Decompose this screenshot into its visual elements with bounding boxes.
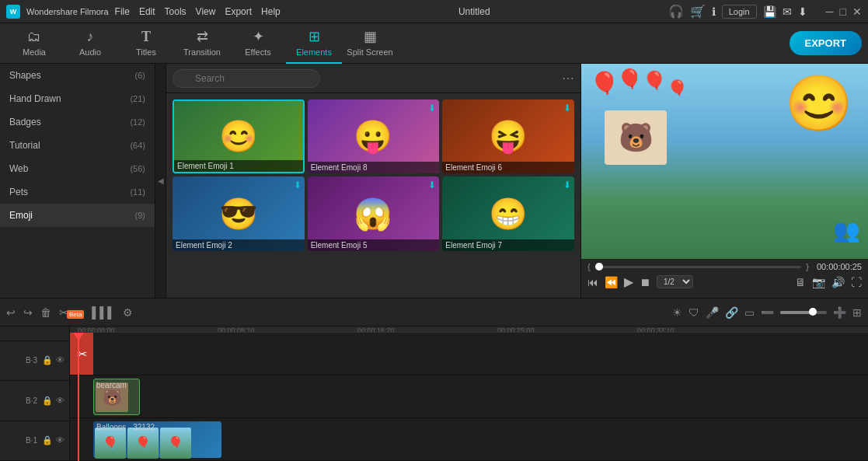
clip-thumb-3a: 🎈 — [95, 428, 126, 459]
export-button[interactable]: EXPORT — [790, 31, 862, 55]
download-icon-4: ⬇ — [294, 180, 302, 190]
info-icon[interactable]: ℹ — [712, 5, 716, 18]
volume-button[interactable]: 🔊 — [831, 276, 845, 288]
element-item-3[interactable]: 😝 ⬇ Element Emoji 6 — [442, 100, 574, 173]
grid-toggle-icon[interactable]: ⋯ — [562, 71, 574, 86]
expand-timeline-button[interactable]: ⊞ — [852, 306, 862, 319]
category-tutorial[interactable]: Tutorial (64) — [0, 134, 155, 157]
preview-video: 🎈 🎈 🎈 🎈 😊 🐻 👥 — [581, 64, 868, 259]
video-clip[interactable]: Balloons - 32132 🎈 🎈 🎈 — [93, 421, 221, 458]
eye-icon-2[interactable]: 👁 — [56, 396, 64, 406]
panel-collapse-arrow[interactable]: ◀ — [155, 64, 166, 298]
toolbar-titles[interactable]: T Titles — [118, 23, 174, 64]
element-item-1[interactable]: 😊 Element Emoji 1 — [173, 100, 305, 173]
maximize-button[interactable]: □ — [840, 5, 846, 18]
overlay-clip-2[interactable]: bearcam 🐻 — [93, 379, 140, 415]
progress-bar[interactable] — [595, 266, 802, 268]
headset-icon[interactable]: 🎧 — [668, 4, 684, 19]
settings-button[interactable]: ⚙ — [123, 306, 133, 319]
download-icon[interactable]: ⬇ — [798, 5, 807, 18]
mic-button[interactable]: 🎤 — [706, 306, 719, 319]
menu-edit[interactable]: Edit — [139, 6, 155, 17]
step-back-button[interactable]: ⏪ — [605, 276, 618, 288]
element-item-2[interactable]: 😛 ⬇ Element Emoji 8 — [308, 100, 440, 173]
redo-button[interactable]: ↪ — [23, 306, 33, 319]
category-badges[interactable]: Badges (12) — [0, 110, 155, 134]
shield-button[interactable]: 🛡 — [688, 306, 699, 319]
captions-button[interactable]: ▭ — [744, 306, 755, 319]
delete-button[interactable]: 🗑 — [40, 306, 51, 319]
skip-back-button[interactable]: ⏮ — [587, 276, 598, 288]
undo-button[interactable]: ↩ — [6, 306, 16, 319]
zoom-in-button[interactable]: ➕ — [833, 306, 846, 319]
menu-view[interactable]: View — [196, 6, 216, 17]
download-icon-5: ⬇ — [428, 180, 436, 190]
save-icon[interactable]: 💾 — [763, 5, 776, 18]
sun-button[interactable]: ☀ — [672, 306, 682, 319]
effects-icon: ✦ — [253, 28, 264, 45]
eye-icon-3[interactable]: 👁 — [56, 435, 64, 445]
category-shapes[interactable]: Shapes (6) — [0, 64, 155, 87]
play-button[interactable]: ▶ — [624, 274, 633, 289]
track-row-3: Balloons - 32132 🎈 🎈 🎈 — [70, 418, 868, 461]
menu-export[interactable]: Export — [225, 6, 252, 17]
menu-tools[interactable]: Tools — [165, 6, 186, 17]
titlebar-left: W Wondershare Filmora File Edit Tools Vi… — [6, 5, 281, 19]
category-tutorial-count: (64) — [130, 141, 145, 150]
element-item-4[interactable]: 😎 ⬇ Element Emoji 2 — [173, 176, 305, 250]
search-input[interactable] — [173, 69, 320, 88]
cut-clip[interactable]: ✂ — [70, 333, 93, 375]
mail-icon[interactable]: ✉ — [783, 5, 792, 18]
login-button[interactable]: Login — [722, 5, 757, 19]
minimize-button[interactable]: ─ — [826, 5, 834, 18]
toolbar-transition[interactable]: ⇄ Transition — [174, 23, 230, 64]
menu-file[interactable]: File — [115, 6, 130, 17]
toolbar-elements[interactable]: ⊞ Elements — [286, 23, 342, 64]
app-name: Wondershare Filmora — [26, 7, 109, 16]
category-handdrawn[interactable]: Hand Drawn (21) — [0, 87, 155, 110]
category-shapes-label: Shapes — [9, 70, 41, 81]
ruler-time-3: 00:00:25:00 — [497, 327, 535, 333]
close-button[interactable]: ✕ — [852, 5, 862, 18]
lock-icon-2[interactable]: 🔒 — [42, 396, 53, 406]
audio-wave-button[interactable]: ▌▌▌ — [92, 306, 115, 319]
toolbar-effects[interactable]: ✦ Effects — [230, 23, 286, 64]
category-emoji[interactable]: Emoji (9) — [0, 204, 155, 227]
ruler-corner — [0, 327, 69, 341]
element-label-3: Element Emoji 6 — [442, 162, 574, 173]
element-item-6[interactable]: 😁 ⬇ Element Emoji 7 — [442, 176, 574, 250]
timeline-right-controls: ☀ 🛡 🎤 🔗 ▭ ➖ ➕ ⊞ — [672, 306, 862, 319]
quality-select[interactable]: 1/2 Full 1/4 — [657, 275, 693, 288]
time-current: 00:00:00:25 — [817, 262, 862, 271]
cart-icon[interactable]: 🛒 — [690, 4, 706, 19]
eye-icon-1[interactable]: 👁 — [56, 355, 64, 365]
lock-icon-1[interactable]: 🔒 — [42, 355, 53, 365]
main-toolbar: 🗂 Media ♪ Audio T Titles ⇄ Transition ✦ … — [0, 23, 868, 64]
download-icon-2: ⬇ — [428, 103, 436, 114]
lock-icon-3[interactable]: 🔒 — [42, 435, 53, 445]
zoom-out-button[interactable]: ➖ — [761, 306, 774, 319]
toolbar-splitscreen[interactable]: ▦ Split Screen — [342, 23, 398, 64]
camera-button[interactable]: 📷 — [812, 276, 825, 288]
category-tutorial-label: Tutorial — [9, 140, 40, 151]
monitor-button[interactable]: 🖥 — [795, 276, 806, 288]
cut-button[interactable]: ✂ Beta — [59, 306, 84, 319]
category-handdrawn-label: Hand Drawn — [9, 93, 61, 104]
category-web[interactable]: Web (56) — [0, 157, 155, 180]
track-3-number: B·1 — [26, 436, 37, 445]
category-pets[interactable]: Pets (11) — [0, 180, 155, 204]
zoom-slider[interactable] — [780, 311, 827, 314]
transition-icon: ⇄ — [197, 28, 208, 45]
element-label-2: Element Emoji 8 — [308, 162, 440, 173]
toolbar-audio[interactable]: ♪ Audio — [62, 23, 118, 64]
menu-bar: File Edit Tools View Export Help — [115, 6, 281, 17]
stop-button[interactable]: ⏹ — [640, 276, 650, 288]
link-button[interactable]: 🔗 — [725, 306, 738, 319]
search-wrapper: 🔍 — [173, 69, 556, 88]
menu-help[interactable]: Help — [261, 6, 281, 17]
download-icon-3: ⬇ — [563, 103, 571, 114]
fullscreen-button[interactable]: ⛶ — [851, 276, 862, 288]
toolbar-media[interactable]: 🗂 Media — [6, 23, 62, 64]
element-item-5[interactable]: 😱 ⬇ Element Emoji 5 — [308, 176, 440, 250]
window-title: Untitled — [458, 6, 490, 17]
